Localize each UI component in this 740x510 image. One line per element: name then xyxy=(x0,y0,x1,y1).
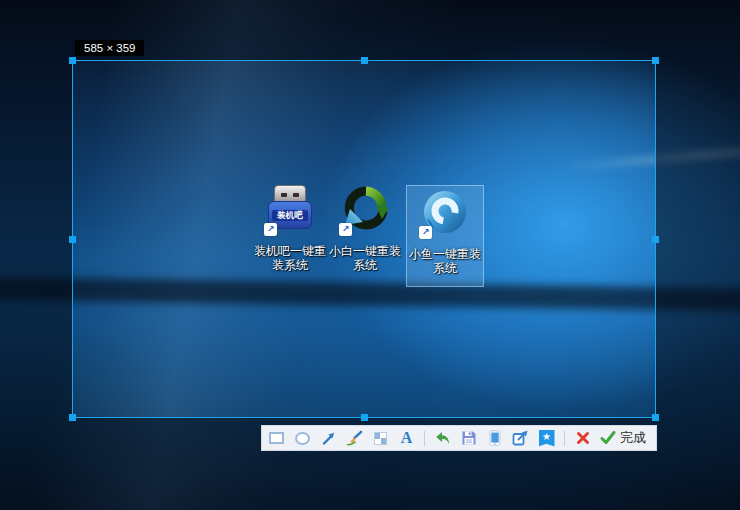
tablet-icon xyxy=(487,430,503,446)
resize-handle-top[interactable] xyxy=(361,57,368,64)
ellipse-tool-button[interactable] xyxy=(294,428,311,448)
rectangle-icon xyxy=(269,432,284,444)
share-button[interactable] xyxy=(512,428,529,448)
brush-tool-button[interactable] xyxy=(346,428,363,448)
check-icon xyxy=(600,431,616,445)
capture-toolbar: A xyxy=(261,425,657,451)
share-icon xyxy=(512,430,529,446)
confirm-button[interactable]: 完成 xyxy=(600,428,646,448)
capture-selection-region[interactable] xyxy=(72,60,656,418)
resize-handle-top-left[interactable] xyxy=(69,57,76,64)
device-button[interactable] xyxy=(486,428,503,448)
save-icon xyxy=(461,430,477,446)
brush-icon xyxy=(346,430,363,447)
mosaic-icon xyxy=(374,432,387,445)
resize-handle-bottom-right[interactable] xyxy=(652,414,659,421)
undo-icon xyxy=(435,431,451,446)
cancel-button[interactable] xyxy=(574,428,591,448)
star-icon: ★ xyxy=(539,430,555,447)
resize-handle-bottom-left[interactable] xyxy=(69,414,76,421)
text-tool-button[interactable]: A xyxy=(398,428,415,448)
resize-handle-bottom[interactable] xyxy=(361,414,368,421)
close-icon xyxy=(576,431,590,445)
toolbar-separator xyxy=(564,431,565,446)
resize-handle-right[interactable] xyxy=(652,236,659,243)
toolbar-separator xyxy=(424,431,425,446)
selection-size-label: 585 × 359 xyxy=(75,40,144,56)
favorite-button[interactable]: ★ xyxy=(538,428,555,448)
undo-button[interactable] xyxy=(434,428,451,448)
done-label: 完成 xyxy=(620,429,646,447)
ellipse-icon xyxy=(295,432,310,445)
rectangle-tool-button[interactable] xyxy=(268,428,285,448)
resize-handle-left[interactable] xyxy=(69,236,76,243)
arrow-tool-button[interactable] xyxy=(320,428,337,448)
text-tool-icon: A xyxy=(401,429,413,447)
dim-overlay-right xyxy=(656,60,740,418)
mosaic-tool-button[interactable] xyxy=(372,428,389,448)
save-button[interactable] xyxy=(460,428,477,448)
arrow-icon xyxy=(321,430,337,446)
resize-handle-top-right[interactable] xyxy=(652,57,659,64)
dim-overlay-left xyxy=(0,60,72,418)
desktop-screen: 装机吧 ↗ 装机吧一键重 装系统 xyxy=(0,0,740,510)
